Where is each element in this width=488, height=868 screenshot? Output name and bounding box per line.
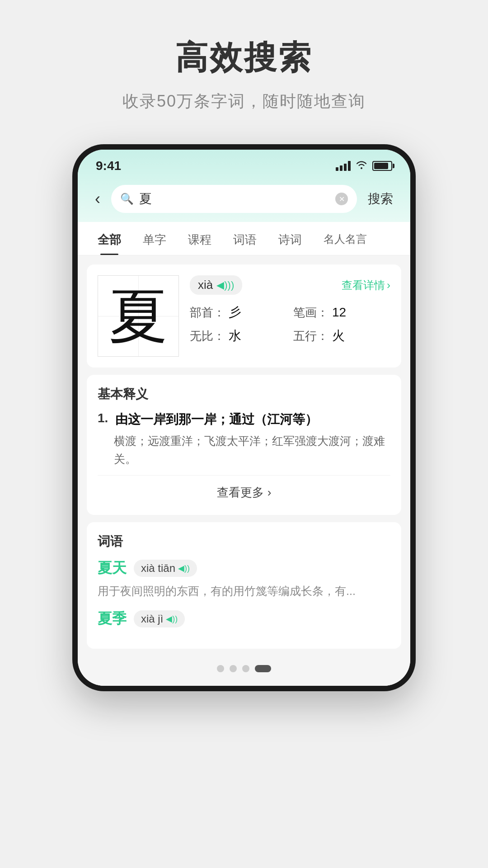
meaning-text: 由这一岸到那一岸；通过（江河等） bbox=[115, 411, 318, 428]
word-sound-icon-2[interactable]: ◀)) bbox=[166, 614, 178, 624]
page-subtitle: 收录50万条字词，随时随地查询 bbox=[122, 90, 366, 113]
word-char-1: 夏天 bbox=[98, 558, 127, 578]
see-more-button[interactable]: 查看更多 › bbox=[98, 475, 390, 504]
meaning-desc: 横渡；远渡重洋；飞渡太平洋；红军强渡大渡河；渡难关。 bbox=[98, 432, 390, 468]
radical-item: 部首： 彡 bbox=[190, 304, 287, 321]
character-details: xià ◀))) 查看详情 › 部首： 彡 bbox=[190, 275, 390, 357]
tabs-area: 全部 单字 课程 词语 诗词 名人名言 bbox=[78, 222, 410, 255]
back-button[interactable]: ‹ bbox=[91, 186, 104, 212]
wubi-label: 无比： bbox=[190, 328, 225, 344]
battery-icon bbox=[372, 161, 392, 171]
tab-poem[interactable]: 诗词 bbox=[267, 222, 313, 255]
word-sound-icon-1[interactable]: ◀)) bbox=[178, 563, 190, 573]
radical-label: 部首： bbox=[190, 305, 225, 321]
dot-3[interactable] bbox=[242, 665, 249, 672]
words-section: 词语 夏天 xià tiān ◀)) 用于夜间照明的东西，有的用竹篾等编成长条，… bbox=[87, 522, 401, 649]
meaning-main: 1. 由这一岸到那一岸；通过（江河等） bbox=[98, 411, 390, 428]
word-item-1[interactable]: 夏天 xià tiān ◀)) 用于夜间照明的东西，有的用竹篾等编成长条，有..… bbox=[98, 558, 390, 600]
strokes-value: 12 bbox=[332, 305, 346, 320]
strokes-item: 笔画： 12 bbox=[293, 304, 390, 321]
character-header: xià ◀))) 查看详情 › bbox=[190, 275, 390, 295]
word-pinyin-1: xià tiān ◀)) bbox=[134, 560, 197, 577]
meaning-item: 1. 由这一岸到那一岸；通过（江河等） 横渡；远渡重洋；飞渡太平洋；红军强渡大渡… bbox=[98, 411, 390, 468]
word-header-2: 夏季 xià jì ◀)) bbox=[98, 609, 390, 629]
dot-4[interactable] bbox=[255, 665, 271, 672]
clear-button[interactable]: ✕ bbox=[335, 193, 348, 205]
search-input-wrap[interactable]: 🔍 夏 ✕ bbox=[111, 185, 357, 213]
meaning-num: 1. bbox=[98, 411, 108, 428]
word-char-2: 夏季 bbox=[98, 609, 127, 629]
search-button[interactable]: 搜索 bbox=[364, 190, 397, 208]
search-query: 夏 bbox=[139, 190, 330, 208]
basic-meaning-card: 基本释义 1. 由这一岸到那一岸；通过（江河等） 横渡；远渡重洋；飞渡太平洋；红… bbox=[87, 375, 401, 515]
character-image: 夏 bbox=[98, 275, 179, 357]
tab-char[interactable]: 单字 bbox=[132, 222, 177, 255]
words-title: 词语 bbox=[98, 533, 390, 550]
detail-link[interactable]: 查看详情 › bbox=[342, 278, 390, 292]
char-info-grid: 部首： 彡 笔画： 12 无比： 水 五行： 火 bbox=[190, 304, 390, 344]
dot-2[interactable] bbox=[230, 665, 237, 672]
content-area: 夏 xià ◀))) 查看详情 › bbox=[78, 255, 410, 686]
word-pinyin-2: xià jì ◀)) bbox=[134, 610, 185, 627]
character-card: 夏 xià ◀))) 查看详情 › bbox=[87, 264, 401, 368]
word-header-1: 夏天 xià tiān ◀)) bbox=[98, 558, 390, 578]
word-desc-1: 用于夜间照明的东西，有的用竹篾等编成长条，有... bbox=[98, 582, 390, 600]
dot-1[interactable] bbox=[217, 665, 224, 672]
search-area: ‹ 🔍 夏 ✕ 搜索 bbox=[78, 178, 410, 222]
wifi-icon bbox=[355, 160, 368, 172]
status-bar: 9:41 bbox=[78, 150, 410, 178]
wuxing-item: 五行： 火 bbox=[293, 327, 390, 344]
pagination-dots bbox=[87, 656, 401, 677]
search-icon: 🔍 bbox=[120, 193, 134, 205]
status-time: 9:41 bbox=[96, 159, 121, 173]
phone-mockup: 9:41 bbox=[72, 144, 416, 691]
pinyin-badge: xià ◀))) bbox=[190, 275, 242, 295]
tab-course[interactable]: 课程 bbox=[177, 222, 222, 255]
pinyin-text: xià bbox=[198, 278, 213, 292]
page-title: 高效搜索 bbox=[175, 36, 313, 80]
status-icons bbox=[336, 160, 392, 172]
basic-meaning-title: 基本释义 bbox=[98, 386, 390, 403]
signal-icon bbox=[336, 161, 351, 171]
tab-all[interactable]: 全部 bbox=[87, 222, 132, 255]
radical-value: 彡 bbox=[229, 304, 241, 321]
sound-icon[interactable]: ◀))) bbox=[216, 279, 234, 291]
strokes-label: 笔画： bbox=[293, 305, 328, 321]
character-display: 夏 bbox=[109, 287, 168, 345]
phone-screen: 9:41 bbox=[78, 150, 410, 686]
tab-famous[interactable]: 名人名言 bbox=[313, 222, 378, 255]
wubi-value: 水 bbox=[229, 327, 241, 344]
chevron-right-icon: › bbox=[267, 486, 272, 500]
wuxing-label: 五行： bbox=[293, 328, 328, 344]
wuxing-value: 火 bbox=[332, 327, 345, 344]
wubi-item: 无比： 水 bbox=[190, 327, 287, 344]
word-item-2[interactable]: 夏季 xià jì ◀)) bbox=[98, 609, 390, 629]
tab-word[interactable]: 词语 bbox=[222, 222, 267, 255]
